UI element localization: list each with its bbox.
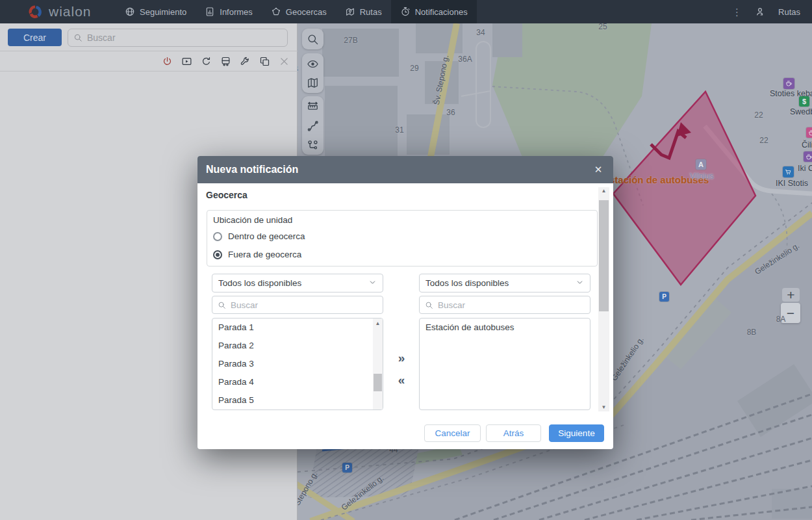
tools-icon[interactable] bbox=[239, 55, 251, 67]
list-scrollbar-thumb[interactable] bbox=[374, 374, 382, 391]
selected-geofences-list: Estación de autobuses bbox=[419, 318, 590, 410]
list-item[interactable]: Parada 3 bbox=[212, 355, 383, 373]
wialon-logo-icon bbox=[27, 4, 43, 20]
measure-distance-icon[interactable] bbox=[307, 100, 320, 113]
create-notification-button[interactable]: Crear bbox=[8, 29, 62, 46]
available-geofences-list: Parada 1 Parada 2 Parada 3 Parada 4 Para… bbox=[212, 318, 383, 410]
list-item[interactable]: Parada 2 bbox=[212, 337, 383, 355]
user-menu-label[interactable]: Rutas bbox=[778, 7, 800, 17]
power-icon[interactable] bbox=[161, 55, 173, 67]
radio-icon bbox=[213, 232, 222, 241]
map-search-icon[interactable] bbox=[307, 32, 320, 46]
poi-iki-cafe-icon bbox=[804, 151, 812, 162]
geofence-name-label: Estación de autobuses bbox=[603, 174, 709, 185]
available-search-input[interactable] bbox=[231, 300, 377, 310]
poi-iki-stotis-icon bbox=[783, 166, 794, 177]
sync-icon[interactable] bbox=[200, 55, 212, 67]
poi-parking-1-icon: P bbox=[659, 292, 669, 302]
available-search-field[interactable] bbox=[212, 296, 383, 314]
nav-tab-rutas[interactable]: Rutas bbox=[336, 0, 391, 23]
chevron-down-icon bbox=[368, 278, 377, 289]
poi-cili-icon bbox=[806, 127, 812, 138]
list-item[interactable]: Parada 1 bbox=[212, 318, 383, 337]
radio-icon-selected bbox=[213, 250, 222, 259]
panel-search-input[interactable] bbox=[87, 32, 282, 43]
unit-location-group: Ubicación de unidad Dentro de geocerca F… bbox=[207, 210, 598, 266]
map-zoom-out-button[interactable]: − bbox=[781, 303, 800, 323]
top-navbar: wialon SeguimientoInformesGeocercasRutas… bbox=[0, 0, 812, 23]
dialog-title: Nueva notificación bbox=[206, 164, 298, 176]
dialog-close-icon[interactable]: ✕ bbox=[592, 164, 605, 176]
list-scrollbar[interactable]: ▲ bbox=[373, 318, 383, 410]
selected-search-field[interactable] bbox=[419, 296, 590, 314]
map-toolbar-group-3 bbox=[302, 96, 324, 155]
map-toolbar-group-2 bbox=[302, 53, 324, 93]
next-button[interactable]: Siguiente bbox=[549, 424, 604, 442]
wialon-logo[interactable]: wialon bbox=[0, 0, 116, 23]
track-points-icon[interactable] bbox=[307, 138, 320, 151]
units-icon[interactable] bbox=[220, 55, 231, 67]
poi-parking-2-icon: P bbox=[342, 463, 352, 473]
poi-stoties-kebabai-icon bbox=[783, 78, 794, 89]
poi-vilnius-station-icon: A bbox=[696, 159, 706, 170]
unit-location-title: Ubicación de unidad bbox=[213, 215, 292, 225]
scroll-down-arrow[interactable]: ▼ bbox=[598, 404, 609, 411]
overflow-menu-icon[interactable]: ⋮ bbox=[732, 10, 742, 14]
visibility-icon[interactable] bbox=[307, 57, 320, 70]
list-scroll-up-arrow[interactable]: ▲ bbox=[373, 320, 383, 328]
nav-tab-label: Geocercas bbox=[286, 7, 327, 17]
nav-tab-geocercas[interactable]: Geocercas bbox=[262, 0, 336, 23]
user-icon[interactable] bbox=[755, 6, 765, 17]
list-item[interactable]: Estación de autobuses bbox=[420, 318, 590, 337]
search-icon bbox=[218, 301, 226, 309]
wizard-step-label: Geocerca bbox=[206, 190, 247, 200]
nav-tab-notificaciones[interactable]: Notificaciones bbox=[391, 0, 477, 23]
map-toolbar-group-1 bbox=[302, 29, 324, 49]
move-right-button[interactable]: » bbox=[394, 351, 409, 365]
list-item[interactable]: Parada 5 bbox=[212, 391, 383, 410]
selected-filter-dropdown[interactable]: Todos los disponibles bbox=[419, 274, 590, 292]
new-notification-dialog: Nueva notificación ✕ Geocerca ▲ ▼ Ubicac… bbox=[197, 156, 613, 449]
map-zoom-in-button[interactable]: + bbox=[782, 288, 800, 302]
poi-swedbank-icon: $ bbox=[799, 96, 809, 107]
panel-search-field[interactable] bbox=[68, 29, 288, 47]
video-icon[interactable] bbox=[181, 55, 192, 67]
routing-icon[interactable] bbox=[307, 119, 320, 132]
move-left-button[interactable]: « bbox=[394, 373, 409, 387]
panel-toolbar bbox=[0, 51, 298, 72]
nav-tab-label: Informes bbox=[220, 7, 253, 17]
dialog-scrollbar[interactable]: ▲ ▼ bbox=[598, 187, 609, 411]
list-item[interactable]: Parada 4 bbox=[212, 373, 383, 391]
radio-outside-geofence[interactable]: Fuera de geocerca bbox=[213, 250, 301, 259]
nav-tab-seguimiento[interactable]: Seguimiento bbox=[116, 0, 196, 23]
nav-tab-label: Rutas bbox=[360, 7, 382, 17]
search-icon bbox=[73, 33, 82, 42]
nav-tab-label: Seguimiento bbox=[140, 7, 186, 17]
geofence-polygon bbox=[613, 92, 755, 285]
chevron-down-icon bbox=[576, 278, 584, 289]
scroll-up-arrow[interactable]: ▲ bbox=[598, 187, 609, 195]
available-filter-dropdown[interactable]: Todos los disponibles bbox=[212, 274, 383, 292]
nav-tab-informes[interactable]: Informes bbox=[196, 0, 262, 23]
dialog-scrollbar-thumb[interactable] bbox=[599, 200, 609, 311]
copy-icon[interactable] bbox=[259, 55, 270, 67]
map-source-icon[interactable] bbox=[307, 76, 320, 89]
cancel-button[interactable]: Cancelar bbox=[424, 424, 481, 442]
wialon-logo-text: wialon bbox=[49, 4, 92, 20]
nav-tab-label: Notificaciones bbox=[415, 7, 468, 17]
radio-inside-geofence[interactable]: Dentro de geocerca bbox=[213, 231, 305, 241]
wialon-app: Estación de autobuses + − 27B29313436A36… bbox=[0, 0, 812, 520]
selected-search-input[interactable] bbox=[438, 300, 585, 310]
back-button[interactable]: Atrás bbox=[486, 424, 541, 442]
search-icon bbox=[425, 301, 433, 309]
close-icon[interactable] bbox=[278, 55, 290, 67]
dialog-header: Nueva notificación ✕ bbox=[197, 156, 613, 183]
